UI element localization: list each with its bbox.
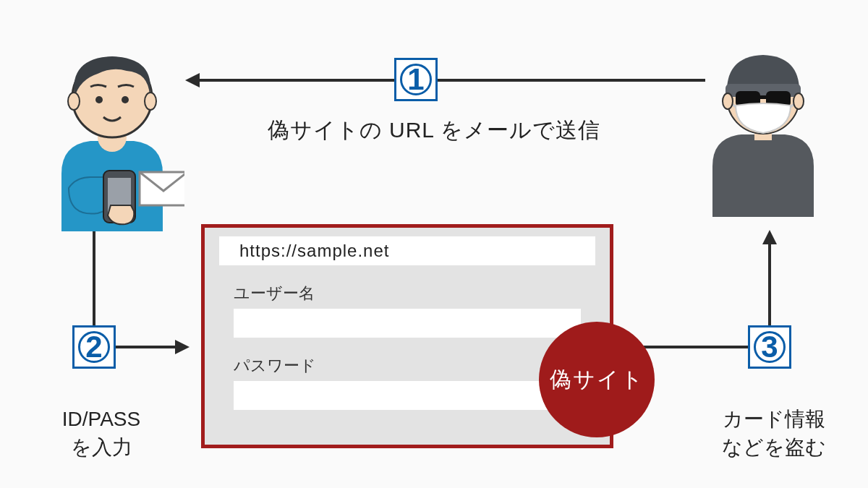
svg-point-2 [68,93,80,110]
url-bar: https://sample.net [219,236,595,265]
phishing-diagram: 1 偽サイトの URL をメールで送信 2 ID/PASS を入力 3 カード情… [0,0,868,488]
username-field-block: ユーザー名 [219,283,595,338]
username-label: ユーザー名 [234,283,595,304]
step-number-2: 2 [78,331,110,363]
svg-point-5 [122,96,129,103]
arrow-head-left-icon [185,73,200,87]
password-input[interactable] [234,381,581,410]
fake-site-panel: https://sample.net ユーザー名 パスワード 偽サイト [201,224,613,448]
svg-rect-14 [759,95,767,99]
arrow-step1 [199,79,705,82]
svg-point-3 [145,93,156,110]
svg-point-16 [793,93,804,109]
step-number-3: 3 [754,331,786,363]
step-badge-2: 2 [72,325,116,369]
svg-point-15 [723,93,733,109]
step1-label: 偽サイトの URL をメールで送信 [0,116,868,145]
arrow-head-right-icon [175,340,190,354]
username-input[interactable] [234,309,581,338]
svg-point-4 [95,96,103,103]
arrow-head-up-icon [762,230,777,244]
step2-label: ID/PASS を入力 [29,405,174,461]
step-badge-3: 3 [748,325,791,369]
envelope-icon [140,172,184,205]
step3-label: カード情報 などを盗む [702,405,846,461]
step-badge-1: 1 [394,58,438,101]
step-number-1: 1 [400,64,432,95]
fake-site-stamp: 偽サイト [539,322,655,437]
